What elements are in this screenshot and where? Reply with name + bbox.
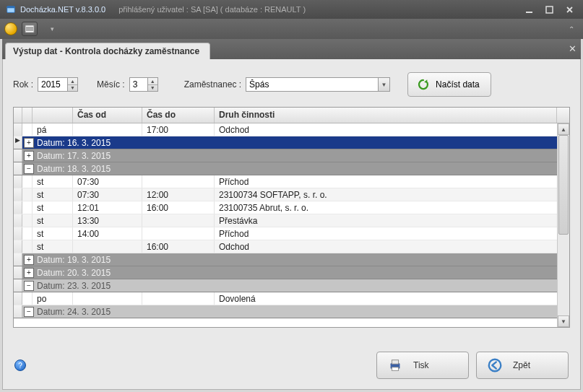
expand-icon[interactable]: + — [24, 151, 34, 161]
svg-rect-1 — [7, 6, 15, 9]
tab-title: Výstup dat - Kontrola docházky zaměstnan… — [13, 46, 199, 56]
data-row[interactable]: pá 17:00 Odchod — [14, 123, 569, 136]
header-activity-type[interactable]: Druh činnosti — [215, 108, 557, 123]
load-data-button[interactable]: Načíst data — [407, 72, 491, 97]
expand-icon[interactable]: + — [24, 255, 34, 265]
data-row[interactable]: st 12:01 16:00 23100735 Abrut, s. r. o. — [14, 201, 569, 214]
tab-close-button[interactable]: ✕ — [569, 43, 576, 54]
print-label: Tisk — [413, 360, 429, 370]
group-row[interactable]: + Datum: 17. 3. 2015 — [14, 149, 569, 162]
maximize-button[interactable] — [541, 4, 557, 15]
year-label: Rok : — [13, 79, 33, 90]
help-button[interactable]: ? — [14, 360, 26, 371]
data-row[interactable]: st 13:30 Přestávka — [14, 214, 569, 227]
grid-header: Čas od Čas do Druh činnosti — [14, 108, 569, 123]
back-button[interactable]: Zpět — [476, 352, 569, 379]
refresh-icon — [417, 78, 430, 91]
qat-button-1[interactable] — [22, 22, 38, 36]
orb-button[interactable] — [4, 22, 17, 35]
group-row[interactable]: + Datum: 19. 3. 2015 — [14, 253, 569, 266]
back-label: Zpět — [513, 360, 530, 370]
filter-row: Rok : ▲▼ Měsíc : ▲▼ Zaměstnanec : ▼ — [13, 72, 570, 97]
svg-point-8 — [489, 360, 501, 372]
year-spinner[interactable]: ▲▼ — [68, 77, 78, 92]
month-input[interactable] — [129, 77, 148, 92]
app-icon — [6, 4, 16, 14]
expand-icon[interactable]: + — [24, 268, 34, 278]
header-time-to[interactable]: Čas do — [142, 108, 215, 123]
group-row[interactable]: − Datum: 23. 3. 2015 — [14, 279, 569, 292]
back-icon — [487, 357, 503, 373]
group-row[interactable]: + Datum: 20. 3. 2015 — [14, 266, 569, 279]
employee-label: Zaměstnanec : — [184, 79, 241, 90]
load-data-label: Načíst data — [436, 79, 480, 90]
collapse-icon[interactable]: − — [24, 164, 34, 174]
data-row[interactable]: st 14:00 Příchod — [14, 227, 569, 240]
app-title: Docházka.NET v.8.3.0.0 — [20, 5, 105, 14]
scroll-down-icon[interactable]: ▼ — [558, 315, 569, 327]
print-button[interactable]: Tisk — [376, 352, 469, 379]
svg-rect-2 — [526, 12, 532, 13]
quick-access-toolbar: ▾ ⌃ — [0, 19, 583, 39]
scroll-thumb[interactable] — [558, 135, 569, 235]
month-spinner[interactable]: ▲▼ — [148, 77, 158, 92]
collapse-icon[interactable]: − — [24, 281, 34, 291]
scroll-up-icon[interactable]: ▲ — [558, 123, 569, 135]
tab-output[interactable]: Výstup dat - Kontrola docházky zaměstnan… — [5, 43, 210, 59]
data-row[interactable]: st 07:30 12:00 23100734 SOFTAPP, s. r. o… — [14, 188, 569, 201]
ribbon-collapse-icon[interactable]: ⌃ — [564, 24, 579, 35]
group-row[interactable]: − Datum: 24. 3. 2015 — [14, 305, 569, 318]
year-input[interactable] — [38, 77, 68, 92]
expand-icon[interactable]: + — [24, 138, 34, 148]
data-row[interactable]: po Dovolená — [14, 292, 569, 305]
employee-dropdown-icon[interactable]: ▼ — [379, 77, 390, 92]
svg-rect-6 — [392, 360, 398, 365]
svg-rect-3 — [546, 6, 553, 13]
month-label: Měsíc : — [97, 79, 125, 90]
header-time-from[interactable]: Čas od — [73, 108, 142, 123]
minimize-button[interactable] — [521, 4, 537, 15]
titlebar: Docházka.NET v.8.3.0.0 přihlášený uživat… — [0, 0, 583, 19]
employee-input[interactable] — [246, 77, 379, 92]
document-tab-bar: Výstup dat - Kontrola docházky zaměstnan… — [2, 39, 581, 59]
data-row[interactable]: st 07:30 Příchod — [14, 175, 569, 188]
qat-dropdown-icon[interactable]: ▾ — [51, 25, 54, 32]
close-button[interactable] — [561, 4, 577, 15]
attendance-grid: Čas od Čas do Druh činnosti pá 17:00 Odc… — [13, 107, 570, 328]
user-info: přihlášený uživatel : SA [SA] ( databáze… — [118, 5, 306, 14]
printer-icon — [387, 357, 403, 373]
group-row-selected[interactable]: + Datum: 16. 3. 2015 — [14, 136, 569, 149]
data-row[interactable]: st 16:00 Odchod — [14, 240, 569, 253]
vertical-scrollbar[interactable]: ▲ ▼ — [557, 123, 569, 327]
svg-rect-7 — [392, 367, 398, 371]
group-row[interactable]: − Datum: 18. 3. 2015 — [14, 162, 569, 175]
collapse-icon[interactable]: − — [24, 307, 34, 317]
